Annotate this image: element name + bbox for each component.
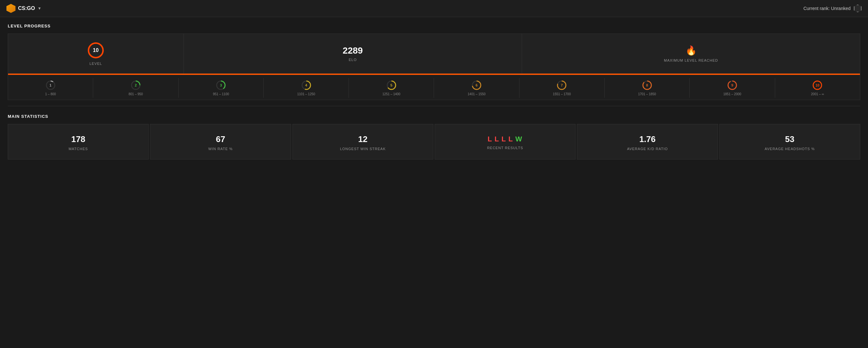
tick-range-4: 1101 – 1250 xyxy=(297,92,315,96)
stat-value-1: 67 xyxy=(216,134,225,144)
result-W-letter: W xyxy=(515,135,523,143)
stat-card-2: 12 LONGEST WIN STREAK xyxy=(292,124,433,160)
result-L-letter: L xyxy=(508,135,513,143)
stats-cards-row: 178 MATCHES 67 WIN RATE % 12 LONGEST WIN… xyxy=(8,124,860,160)
stat-label-1: WIN RATE % xyxy=(208,147,233,151)
app-header: CS:GO ▼ Current rank: Unranked xyxy=(0,0,868,17)
tick-gauge-2: 2 xyxy=(130,80,142,91)
tick-gauge-1: 1 xyxy=(45,80,56,91)
level-tick-10: 10 2001 – ∞ xyxy=(775,78,860,98)
tick-gauge-3: 3 xyxy=(215,80,227,91)
level-progress-section: LEVEL PROGRESS 10 LEVEL 2289 ELO xyxy=(8,24,860,100)
elo-card: 2289 ELO xyxy=(184,34,522,73)
csgo-logo-icon xyxy=(6,4,16,13)
level-tick-9: 9 1851 – 2000 xyxy=(690,78,775,98)
tick-gauge-9: 9 xyxy=(726,80,738,91)
stat-label-2: LONGEST WIN STREAK xyxy=(340,147,385,151)
level-tick-8: 8 1701 – 1850 xyxy=(604,78,690,98)
max-level-card: 🔥 MAXIMUM LEVEL REACHED xyxy=(522,34,860,73)
stat-card-5: 53 AVERAGE HEADSHOTS % xyxy=(719,124,860,160)
level-number: 10 xyxy=(93,48,99,53)
stat-label-5: AVERAGE HEADSHOTS % xyxy=(765,147,815,151)
stat-card-1: 67 WIN RATE % xyxy=(150,124,291,160)
level-progress-title: LEVEL PROGRESS xyxy=(8,24,860,28)
tick-range-3: 951 – 1100 xyxy=(213,92,229,96)
level-tick-6: 6 1401 – 1550 xyxy=(434,78,519,98)
app-dropdown-icon[interactable]: ▼ xyxy=(37,6,41,11)
tick-number-4: 4 xyxy=(305,83,307,87)
level-tick-1: 1 1 – 800 xyxy=(8,78,93,98)
statistics-title: MAIN STATISTICS xyxy=(8,114,860,119)
level-tick-2: 2 801 – 950 xyxy=(93,78,178,98)
stat-label-3: RECENT RESULTS xyxy=(487,146,523,150)
tick-number-2: 2 xyxy=(135,83,137,87)
elo-value: 2289 xyxy=(343,46,363,56)
tick-gauge-8: 8 xyxy=(641,80,653,91)
stat-card-0: 178 MATCHES xyxy=(8,124,149,160)
rank-badge-icon xyxy=(854,4,862,12)
level-tick-7: 7 1551 – 1700 xyxy=(520,78,604,98)
tick-range-7: 1551 – 1700 xyxy=(553,92,571,96)
result-L-letter: L xyxy=(495,135,499,143)
stat-label-4: AVERAGE K/D RATIO xyxy=(627,147,668,151)
level-cards-row: 10 LEVEL 2289 ELO 🔥 MAXIMUM LEVEL REACHE… xyxy=(8,34,860,74)
app-title: CS:GO xyxy=(18,5,35,11)
level-tick-5: 5 1251 – 1400 xyxy=(349,78,434,98)
tick-gauge-5: 5 xyxy=(385,80,397,91)
level-label: LEVEL xyxy=(89,62,102,65)
tick-number-8: 8 xyxy=(646,83,648,87)
stat-value-4: 1.76 xyxy=(640,134,656,144)
tick-number-9: 9 xyxy=(731,83,733,87)
tick-range-8: 1701 – 1850 xyxy=(638,92,656,96)
rank-label: Current rank: Unranked xyxy=(804,6,850,11)
section-divider xyxy=(8,106,860,106)
elo-label: ELO xyxy=(348,58,356,62)
tick-range-10: 2001 – ∞ xyxy=(811,92,824,96)
recent-results-value: LLLLW xyxy=(488,135,523,143)
tick-gauge-7: 7 xyxy=(556,80,567,91)
tick-gauge-6: 6 xyxy=(471,80,483,91)
main-content: LEVEL PROGRESS 10 LEVEL 2289 ELO xyxy=(0,17,868,166)
tick-number-10: 10 xyxy=(815,83,819,87)
tick-range-6: 1401 – 1550 xyxy=(468,92,486,96)
level-tick-3: 3 951 – 1100 xyxy=(179,78,264,98)
header-left: CS:GO ▼ xyxy=(6,4,41,13)
tick-gauge-4: 4 xyxy=(301,80,312,91)
level-gauge: 10 xyxy=(87,41,104,59)
tick-number-7: 7 xyxy=(561,83,563,87)
tick-number-3: 3 xyxy=(220,83,222,87)
stat-value-2: 12 xyxy=(358,134,368,144)
result-L-letter: L xyxy=(501,135,506,143)
tick-range-1: 1 – 800 xyxy=(45,92,56,96)
tick-number-6: 6 xyxy=(475,83,477,87)
level-ticks-row: 1 1 – 800 2 801 – 950 3 951 – 1100 xyxy=(8,75,860,100)
header-right: Current rank: Unranked xyxy=(804,4,862,12)
max-level-label: MAXIMUM LEVEL REACHED xyxy=(664,58,718,62)
level-card: 10 LEVEL xyxy=(8,34,184,73)
result-L-letter: L xyxy=(488,135,492,143)
stat-value-5: 53 xyxy=(785,134,795,144)
tick-range-9: 1851 – 2000 xyxy=(723,92,741,96)
stat-card-3: LLLLW RECENT RESULTS xyxy=(435,124,576,160)
tick-number-1: 1 xyxy=(50,83,52,87)
stat-label-0: MATCHES xyxy=(69,147,88,151)
level-tick-4: 4 1101 – 1250 xyxy=(264,78,349,98)
stat-card-4: 1.76 AVERAGE K/D RATIO xyxy=(577,124,718,160)
tick-gauge-10: 10 xyxy=(812,80,823,91)
progress-bar-section: 1 1 – 800 2 801 – 950 3 951 – 1100 xyxy=(8,74,860,100)
tick-range-2: 801 – 950 xyxy=(129,92,143,96)
tick-number-5: 5 xyxy=(391,83,393,87)
statistics-section: MAIN STATISTICS 178 MATCHES 67 WIN RATE … xyxy=(8,114,860,160)
tick-range-5: 1251 – 1400 xyxy=(382,92,400,96)
stat-value-0: 178 xyxy=(71,134,85,144)
fire-icon: 🔥 xyxy=(685,45,697,56)
